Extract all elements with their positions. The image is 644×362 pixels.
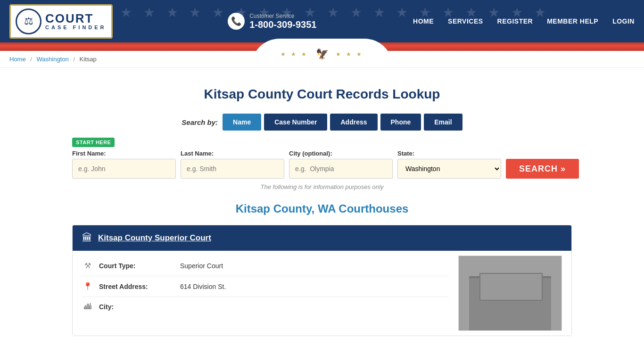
info-note: The following is for information purpose… [72,183,572,190]
phone-icon: 📞 [228,13,245,30]
breadcrumb-home[interactable]: Home [9,56,26,63]
search-by-row: Search by: Name Case Number Address Phon… [72,114,572,131]
court-type-value: Superior Court [180,262,223,270]
eagle-icon: 🦅 [316,48,329,60]
customer-service: 📞 Customer Service 1-800-309-9351 [228,13,316,30]
logo-court-text: COURT [45,12,93,25]
court-image [458,255,562,331]
main-content: Kitsap County Court Records Lookup Searc… [63,68,581,355]
site-header: ⚖ COURT CASE FINDER 📞 Customer Service 1… [0,0,644,42]
tab-email[interactable]: Email [424,114,462,131]
court-details: ⚒ Court Type: Superior Court 📍 Street Ad… [82,255,449,331]
tab-case-number[interactable]: Case Number [264,114,327,131]
breadcrumb-sep-1: / [30,56,32,63]
logo-text-area: COURT CASE FINDER [45,12,107,30]
address-value: 614 Division St. [180,283,226,290]
cs-label: Customer Service [249,13,316,19]
city-row: 🏙 City: [82,297,449,317]
tab-name[interactable]: Name [223,114,261,131]
tab-address[interactable]: Address [330,114,377,131]
search-form: First Name: Last Name: City (optional): … [72,150,572,179]
court-card: 🏛 Kitsap County Superior Court ⚒ Court T… [72,225,572,336]
tab-phone[interactable]: Phone [380,114,421,131]
city-input[interactable] [289,159,393,179]
address-label: Street Address: [99,283,174,290]
court-card-body: ⚒ Court Type: Superior Court 📍 Street Ad… [73,251,571,336]
city-detail-label: City: [99,303,174,311]
breadcrumb-current: Kitsap [80,56,97,63]
start-here-badge: START HERE [72,138,115,147]
ribbon-content: ★ ★ ★ 🦅 ★ ★ ★ [281,48,363,60]
courthouse-icon: 🏛 [82,232,92,244]
nav-home[interactable]: HOME [413,17,434,25]
state-group: State: Washington Alabama Alaska Arizona… [397,150,501,179]
city-label: City (optional): [289,150,393,157]
logo-casefinder-text: CASE FINDER [45,25,107,30]
last-name-group: Last Name: [181,150,284,179]
ribbon-stars-right: ★ ★ ★ [336,51,364,58]
court-type-icon: ⚒ [82,261,93,270]
main-nav: HOME SERVICES REGISTER MEMBER HELP LOGIN [413,17,635,25]
cs-info: Customer Service 1-800-309-9351 [249,13,316,30]
last-name-label: Last Name: [181,150,284,157]
ribbon: ★ ★ ★ 🦅 ★ ★ ★ [0,42,644,51]
last-name-input[interactable] [181,159,284,179]
emblem-icon: ⚖ [24,15,33,27]
search-form-container: START HERE First Name: Last Name: City (… [72,138,572,179]
nav-services[interactable]: SERVICES [448,17,483,25]
building-image-placeholder [459,256,561,330]
ribbon-arch: ★ ★ ★ 🦅 ★ ★ ★ [251,39,393,67]
courthouses-title: Kitsap County, WA Courthouses [72,202,572,215]
nav-member-help[interactable]: MEMBER HELP [547,17,598,25]
first-name-group: First Name: [72,150,176,179]
cs-phone: 1-800-309-9351 [249,19,316,30]
page-title: Kitsap County Court Records Lookup [72,87,572,102]
search-by-label: Search by: [182,118,218,126]
court-type-label: Court Type: [99,262,174,270]
court-type-row: ⚒ Court Type: Superior Court [82,255,449,276]
first-name-label: First Name: [72,150,176,157]
city-group: City (optional): [289,150,393,179]
logo-box: ⚖ COURT CASE FINDER [9,4,113,39]
state-select[interactable]: Washington Alabama Alaska Arizona Califo… [397,159,501,179]
nav-login[interactable]: LOGIN [612,17,635,25]
ribbon-stars-left: ★ ★ ★ [281,51,309,58]
address-icon: 📍 [82,282,93,291]
court-card-header: 🏛 Kitsap County Superior Court [73,225,571,251]
breadcrumb-sep-2: / [73,56,75,63]
address-row: 📍 Street Address: 614 Division St. [82,276,449,297]
logo-emblem: ⚖ [16,8,41,34]
state-label: State: [397,150,501,157]
city-icon: 🏙 [82,303,93,311]
search-button[interactable]: SEARCH » [506,159,579,179]
nav-register[interactable]: REGISTER [497,17,533,25]
court-name-link[interactable]: Kitsap County Superior Court [98,233,211,243]
first-name-input[interactable] [72,159,176,179]
logo-area: ⚖ COURT CASE FINDER [9,4,113,39]
breadcrumb-state[interactable]: Washington [37,56,69,63]
